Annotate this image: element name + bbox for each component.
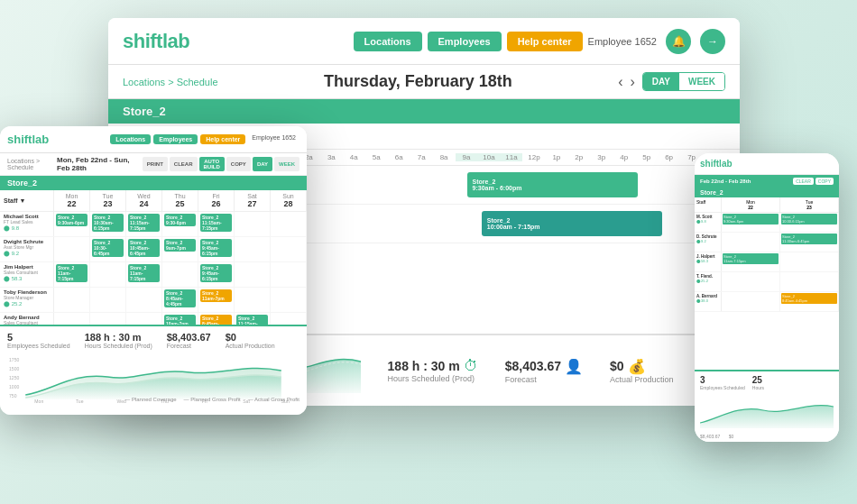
phone-calendar-header: Staff Mon22 Tue23 bbox=[695, 197, 839, 213]
help-button[interactable]: Help center bbox=[507, 32, 583, 51]
schedule-cell[interactable]: Store_211am-7:15pm bbox=[54, 262, 90, 287]
schedule-cell[interactable]: Store_211am-7:15pm bbox=[126, 262, 162, 287]
tablet-date-range: Mon, Feb 22nd - Sun, Feb 28th bbox=[57, 156, 143, 172]
hours-stat: 188 h : 30 m ⏱ Hours Scheduled (Prod) bbox=[388, 358, 478, 383]
schedule-cell[interactable] bbox=[235, 288, 271, 312]
phone-table-row: J. Halpert ⬤ 58.3 Store_211am-7:15pm bbox=[695, 252, 839, 272]
calendar-header: Staff ▼ Mon22 Tue23 Wed24 Thu25 Fri26 Sa… bbox=[0, 190, 307, 212]
phone-schedule-cell[interactable] bbox=[722, 233, 780, 252]
phone-copy-button[interactable]: COPY bbox=[816, 178, 834, 185]
shift-block[interactable]: Store_210:00am - 7:15pm bbox=[482, 211, 662, 236]
breadcrumb: Locations > Schedule bbox=[123, 77, 218, 87]
tablet-mockup: shiftlab Locations Employees Help center… bbox=[0, 126, 307, 415]
phone-schedule-cell[interactable]: Store_29:30am-6pm bbox=[722, 213, 780, 232]
svg-text:1500: 1500 bbox=[9, 366, 19, 371]
phone-schedule-cell[interactable] bbox=[722, 272, 780, 291]
phone-schedule-cell[interactable]: Store_211:30am-6:45pm bbox=[780, 233, 839, 252]
prev-date-arrow[interactable]: ‹ bbox=[618, 74, 622, 90]
phone-schedule-cell[interactable] bbox=[780, 272, 839, 291]
breadcrumb-locations[interactable]: Locations bbox=[123, 77, 165, 87]
logo: shiftlab bbox=[123, 30, 189, 53]
schedule-cell[interactable]: Store_210:30-6:45pm bbox=[90, 237, 126, 261]
phone-employees-label: Employees Scheduled bbox=[700, 385, 745, 390]
phone-emp-info: T. Flend. ⬤ 25.2 bbox=[695, 272, 722, 291]
phone-date-strip: Feb 22nd - Feb 28th CLEAR COPY bbox=[695, 175, 839, 188]
schedule-cell[interactable]: Store_29:30am-6pm bbox=[54, 212, 90, 236]
chart-legend: — Planned Coverage — Planned Gross Profi… bbox=[124, 397, 299, 402]
tablet-day-button[interactable]: DAY bbox=[253, 157, 272, 171]
locations-button[interactable]: Locations bbox=[354, 32, 422, 51]
tablet-actual-stat: $0 Actual Production bbox=[226, 332, 275, 349]
tablet-chart: 1750 1500 1250 1000 750 Mon Tue Wed Thu … bbox=[7, 354, 299, 404]
next-date-arrow[interactable]: › bbox=[630, 74, 634, 90]
schedule-cell[interactable] bbox=[54, 237, 90, 261]
breadcrumb-bar: Locations > Schedule Thursday, February … bbox=[108, 65, 740, 99]
phone-table-row: D. Schrute ⬤ 9.2 Store_211:30am-6:45pm bbox=[695, 233, 839, 252]
clear-button[interactable]: CLEAR bbox=[170, 157, 198, 171]
phone-stats-totals: $8,403.67 $0 bbox=[700, 434, 834, 439]
breadcrumb-schedule[interactable]: Schedule bbox=[177, 77, 218, 87]
tablet-locations-button[interactable]: Locations bbox=[110, 134, 151, 144]
schedule-cell[interactable] bbox=[271, 237, 307, 261]
schedule-cell[interactable] bbox=[90, 262, 126, 287]
tablet-actual-label: Actual Production bbox=[226, 343, 275, 349]
schedule-cell[interactable]: Store_210:30am-6:15pm bbox=[90, 212, 126, 236]
logout-icon[interactable]: → bbox=[700, 29, 725, 54]
schedule-cell[interactable] bbox=[90, 288, 126, 312]
schedule-cell[interactable]: Store_211am-7pm bbox=[198, 288, 235, 312]
day-column-fri: Fri26 bbox=[198, 190, 235, 211]
employee-info-col: Dwight Schrute Asst Store Mgr ⬤ 9.2 bbox=[0, 237, 54, 261]
tablet-week-button[interactable]: WEEK bbox=[274, 157, 299, 171]
day-column-sun: Sun28 bbox=[271, 190, 307, 211]
tablet-action-buttons: PRINT CLEAR AUTO BUILD COPY DAY WEEK bbox=[143, 157, 299, 171]
week-view-button[interactable]: WEEK bbox=[679, 73, 724, 90]
schedule-cell[interactable] bbox=[235, 212, 271, 236]
tablet-actual-value: $0 bbox=[226, 332, 275, 343]
schedule-cell[interactable] bbox=[271, 212, 307, 236]
legend-planned-profit: — Planned Gross Profit bbox=[184, 397, 241, 402]
notification-icon[interactable]: 🔔 bbox=[666, 29, 691, 54]
schedule-cell[interactable]: Store_29am-7pm bbox=[162, 237, 198, 261]
tablet-stats-area: 5 Employees Scheduled 188 h : 30 m Hours… bbox=[0, 325, 307, 415]
schedule-cell[interactable] bbox=[235, 237, 271, 261]
tablet-breadcrumb-text: Locations > Schedule bbox=[7, 158, 57, 170]
schedule-cell[interactable] bbox=[126, 288, 162, 312]
phone-mockup: shiftlab Feb 22nd - Feb 28th CLEAR COPY … bbox=[695, 153, 839, 442]
phone-stats: 3 Employees Scheduled 25 Hours bbox=[700, 375, 834, 390]
phone-schedule-cell[interactable]: Store_28:45am-4:45pm bbox=[780, 292, 839, 311]
schedule-cell[interactable]: Store_211:15am-7:15pm bbox=[198, 212, 235, 236]
schedule-cell[interactable]: Store_29:45am-6:15pm bbox=[198, 237, 235, 261]
tablet-calendar: Staff ▼ Mon22 Tue23 Wed24 Thu25 Fri26 Sa… bbox=[0, 190, 307, 338]
schedule-cell[interactable]: Store_29:45am-6:15pm bbox=[198, 262, 235, 287]
schedule-cell[interactable]: Store_211:15am-7:15pm bbox=[126, 212, 162, 236]
phone-nav: shiftlab bbox=[695, 153, 839, 175]
schedule-cell[interactable]: Store_29:30-6pm bbox=[162, 212, 198, 236]
phone-schedule-cell[interactable]: Store_210:30-6:15pm bbox=[780, 213, 839, 232]
schedule-cell[interactable] bbox=[162, 262, 198, 287]
schedule-cell[interactable] bbox=[235, 262, 271, 287]
schedule-cell[interactable] bbox=[271, 262, 307, 287]
tablet-hours-stat: 188 h : 30 m Hours Scheduled (Prod) bbox=[85, 332, 152, 349]
schedule-cell[interactable]: Store_28:45am-4:45pm bbox=[162, 288, 198, 312]
store-header: Store_2 bbox=[108, 99, 740, 124]
tablet-employees-button[interactable]: Employees bbox=[153, 134, 198, 144]
phone-forecast-value: $8,403.67 bbox=[700, 434, 720, 439]
schedule-cell[interactable] bbox=[271, 288, 307, 312]
phone-schedule-cell[interactable] bbox=[780, 252, 839, 271]
day-view-button[interactable]: DAY bbox=[643, 73, 679, 90]
breadcrumb-separator: > bbox=[168, 77, 176, 87]
hours-value: 188 h : 30 m bbox=[388, 359, 460, 373]
print-button[interactable]: PRINT bbox=[143, 157, 168, 171]
phone-schedule-cell[interactable] bbox=[722, 292, 780, 311]
schedule-cell[interactable] bbox=[54, 288, 90, 312]
phone-table-row: M. Scott ⬤ 9.8 Store_29:30am-6pm Store_2… bbox=[695, 213, 839, 233]
phone-clear-button[interactable]: CLEAR bbox=[793, 178, 814, 185]
schedule-cell[interactable]: Store_210:45am-6:45pm bbox=[126, 237, 162, 261]
copy-button[interactable]: COPY bbox=[226, 157, 251, 171]
tablet-help-button[interactable]: Help center bbox=[200, 134, 245, 144]
auto-build-button[interactable]: AUTO BUILD bbox=[199, 157, 225, 171]
employees-button[interactable]: Employees bbox=[428, 32, 502, 51]
shift-block[interactable]: Store_29:30am - 6:00pm bbox=[467, 172, 638, 197]
phone-schedule-cell[interactable]: Store_211am-7:15pm bbox=[722, 252, 780, 271]
tablet-forecast-label: Forecast bbox=[167, 343, 211, 349]
